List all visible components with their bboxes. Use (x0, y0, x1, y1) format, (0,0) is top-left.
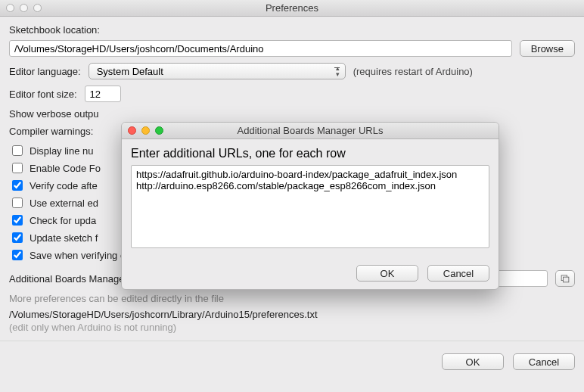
dialog-cancel-button[interactable]: Cancel (427, 265, 489, 282)
cancel-button[interactable]: Cancel (513, 353, 575, 370)
editor-font-size-input[interactable] (85, 86, 121, 102)
more-prefs-note: More preferences can be edited directly … (9, 293, 575, 304)
checkbox-label: Update sketch f (30, 232, 98, 244)
dialog-footer: OK Cancel (122, 259, 499, 289)
checkbox-label: Use external ed (30, 198, 98, 209)
window-icon (561, 273, 570, 284)
compiler-warnings-label: Compiler warnings: (9, 126, 93, 137)
svg-rect-1 (563, 277, 569, 282)
checkbox-input[interactable] (12, 232, 23, 243)
checkbox-input[interactable] (12, 215, 23, 226)
divider (0, 341, 584, 341)
checkbox-input[interactable] (12, 145, 23, 156)
editor-language-note: (requires restart of Arduino) (353, 66, 473, 77)
open-urls-dialog-button[interactable] (555, 270, 575, 287)
edit-only-note: (edit only when Arduino is not running) (9, 322, 575, 333)
dialog-instruction: Enter additional URLs, one for each row (131, 147, 489, 160)
ok-button[interactable]: OK (442, 353, 504, 370)
verbose-label: Show verbose outpu (9, 108, 99, 120)
checkbox-input[interactable] (12, 250, 23, 260)
dialog-title: Additional Boards Manager URLs (122, 125, 499, 136)
additional-urls-dialog: Additional Boards Manager URLs Enter add… (121, 122, 499, 290)
checkbox-label: Enable Code Fo (30, 163, 101, 174)
sketchbook-label: Sketchbook location: (9, 24, 575, 36)
dialog-titlebar: Additional Boards Manager URLs (122, 123, 499, 139)
browse-button[interactable]: Browse (520, 40, 575, 57)
editor-font-label: Editor font size: (9, 89, 77, 100)
dialog-body: Enter additional URLs, one for each row (122, 139, 499, 259)
prefs-file-path: /Volumes/StorageHD/Users/joshcorn/Librar… (9, 309, 575, 320)
checkbox-label: Display line nu (30, 145, 94, 157)
checkbox-input[interactable] (12, 198, 23, 208)
editor-language-select[interactable]: System Default (89, 63, 346, 79)
urls-textarea[interactable] (131, 165, 489, 248)
dialog-ok-button[interactable]: OK (356, 265, 418, 282)
checkbox-label: Verify code afte (30, 180, 98, 191)
window-titlebar: Preferences (0, 0, 584, 17)
checkbox-input[interactable] (12, 163, 23, 173)
checkbox-input[interactable] (12, 180, 23, 191)
window-title: Preferences (0, 2, 584, 14)
editor-language-label: Editor language: (9, 66, 81, 77)
main-footer: OK Cancel (0, 353, 584, 378)
editor-language-select-wrap: System Default ▴▾ (89, 63, 346, 79)
sketchbook-path-input[interactable] (9, 40, 512, 57)
checkbox-label: Check for upda (30, 215, 96, 226)
